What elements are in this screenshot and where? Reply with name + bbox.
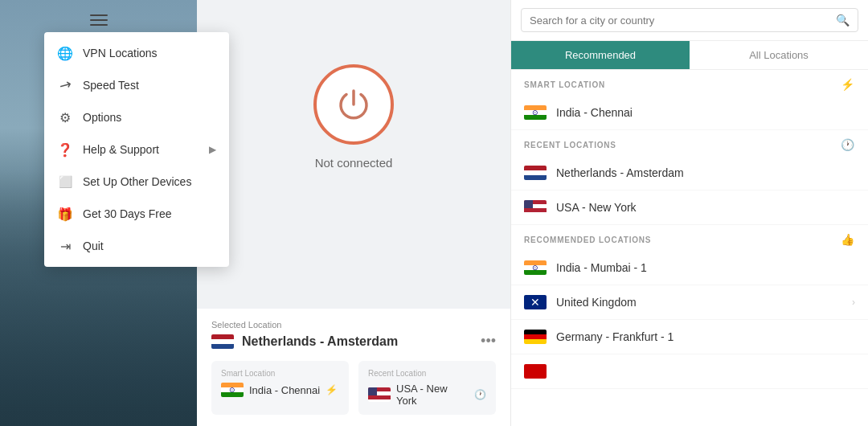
netherlands-flag-amsterdam — [524, 166, 547, 180]
locations-list: SMART LOCATION ⚡ India - Chennai RECENT … — [511, 70, 868, 426]
usa-flag-recent — [368, 387, 391, 402]
selected-location-name: Netherlands - Amsterdam — [211, 334, 398, 349]
location-item-germany-frankfurt[interactable]: Germany - Frankfurt - 1 — [511, 320, 868, 354]
search-input[interactable] — [530, 14, 829, 27]
not-connected-label: Not connected — [315, 156, 393, 170]
menu-item-get-free[interactable]: 🎁 Get 30 Days Free — [44, 198, 229, 230]
smart-location-label: Smart Location — [221, 369, 339, 378]
tabs-row: Recommended All Locations — [511, 41, 868, 70]
bottom-info: Selected Location Netherlands - Amsterda… — [197, 309, 510, 426]
menu-item-options[interactable]: ⚙ Options — [44, 101, 229, 133]
monitor-icon: ⬜ — [57, 174, 73, 190]
menu-item-vpn-locations[interactable]: 🌐 VPN Locations — [44, 37, 229, 69]
uk-flag — [524, 295, 547, 309]
netherlands-flag — [211, 334, 234, 349]
menu-label-speed-test: Speed Test — [83, 79, 139, 92]
power-button-container: Not connected — [313, 64, 394, 170]
smart-location-box[interactable]: Smart Location India - Chennai ⚡ — [211, 361, 349, 415]
recent-location-value: USA - New York 🕐 — [368, 383, 486, 407]
menu-label-quit: Quit — [83, 240, 104, 252]
location-name-india-chennai: India - Chennai — [556, 106, 855, 119]
menu-label-get-free: Get 30 Days Free — [83, 207, 172, 220]
search-bar: 🔍 — [511, 0, 868, 41]
menu-item-quit[interactable]: ⇥ Quit — [44, 230, 229, 262]
right-panel: 🔍 Recommended All Locations SMART LOCATI… — [510, 0, 868, 426]
menu-label-setup-devices: Set Up Other Devices — [83, 175, 191, 188]
lightning-icon: ⚡ — [841, 78, 855, 91]
tab-all-locations[interactable]: All Locations — [690, 41, 868, 69]
smart-location-value: India - Chennai ⚡ — [221, 383, 339, 397]
usa-flag-new-york — [524, 200, 547, 215]
india-flag-chennai — [524, 105, 547, 120]
more-options-button[interactable]: ••• — [481, 333, 496, 350]
location-item-india-mumbai[interactable]: India - Mumbai - 1 — [511, 251, 868, 285]
location-item-usa-new-york[interactable]: USA - New York — [511, 190, 868, 225]
pin-icon: ⚡ — [326, 384, 338, 395]
location-name-india-mumbai: India - Mumbai - 1 — [556, 261, 855, 274]
location-name-germany-frankfurt: Germany - Frankfurt - 1 — [556, 330, 855, 343]
left-panel: 🌐 VPN Locations ↗ Speed Test ⚙ Options ❓… — [0, 0, 197, 426]
selected-location-row: Netherlands - Amsterdam ••• — [211, 333, 496, 350]
germany-flag-frankfurt — [524, 330, 547, 344]
recent-location-box[interactable]: Recent Location USA - New York 🕐 — [358, 361, 496, 415]
power-button[interactable] — [313, 64, 394, 145]
location-name-netherlands-amsterdam: Netherlands - Amsterdam — [556, 166, 855, 179]
chevron-right-icon: ▶ — [209, 144, 216, 155]
india-flag-mumbai — [524, 260, 547, 275]
location-item-united-kingdom[interactable]: United Kingdom › — [511, 285, 868, 320]
red-flag — [524, 364, 547, 379]
menu-label-options: Options — [83, 111, 121, 124]
gift-icon: 🎁 — [57, 206, 73, 222]
location-item-india-chennai[interactable]: India - Chennai — [511, 96, 868, 130]
sub-locations: Smart Location India - Chennai ⚡ Recent … — [211, 361, 496, 415]
clock-section-icon: 🕐 — [841, 138, 855, 151]
thumbsup-icon: 👍 — [841, 233, 855, 246]
hamburger-menu-button[interactable] — [85, 10, 113, 31]
recommended-locations-section-header: RECOMMENDED LOCATIONS 👍 — [511, 225, 868, 251]
quit-icon: ⇥ — [57, 238, 73, 254]
menu-item-help-support[interactable]: ❓ Help & Support ▶ — [44, 133, 229, 166]
globe-icon: 🌐 — [57, 45, 73, 61]
search-icon: 🔍 — [836, 14, 850, 27]
help-icon: ❓ — [57, 141, 73, 158]
menu-label-help-support: Help & Support — [83, 143, 159, 156]
recent-locations-section-header: RECENT LOCATIONS 🕐 — [511, 130, 868, 156]
location-item-extra[interactable] — [511, 354, 868, 389]
gear-icon: ⚙ — [57, 109, 73, 125]
chevron-right-uk-icon: › — [852, 297, 855, 308]
menu-item-setup-devices[interactable]: ⬜ Set Up Other Devices — [44, 166, 229, 198]
india-flag-smart — [221, 383, 244, 397]
location-name-usa-new-york: USA - New York — [556, 201, 855, 214]
center-panel: Not connected Selected Location Netherla… — [197, 0, 510, 426]
location-name-united-kingdom: United Kingdom — [556, 296, 842, 309]
tab-recommended[interactable]: Recommended — [511, 41, 690, 69]
selected-location-label: Selected Location — [211, 320, 496, 330]
search-input-wrap: 🔍 — [521, 8, 858, 32]
smart-location-section-header: SMART LOCATION ⚡ — [511, 70, 868, 96]
speedtest-icon: ↗ — [54, 74, 76, 96]
dropdown-menu: 🌐 VPN Locations ↗ Speed Test ⚙ Options ❓… — [44, 32, 229, 267]
menu-item-speed-test[interactable]: ↗ Speed Test — [44, 69, 229, 101]
location-item-netherlands-amsterdam[interactable]: Netherlands - Amsterdam — [511, 156, 868, 190]
clock-icon: 🕐 — [474, 389, 486, 400]
menu-label-vpn-locations: VPN Locations — [83, 47, 158, 59]
recent-location-label: Recent Location — [368, 369, 486, 378]
